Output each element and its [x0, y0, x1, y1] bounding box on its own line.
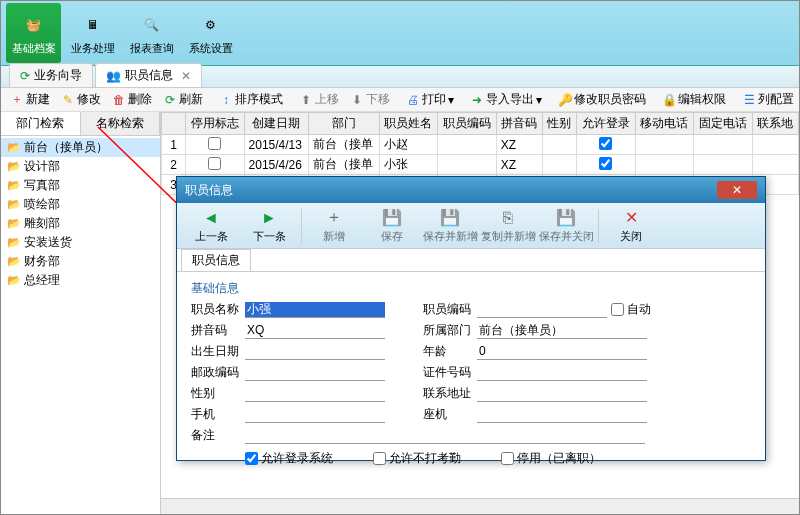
dialog-body: 基础信息 职员名称 职员编码 自动 拼音码 所属部门 出生日期 年龄 邮政编码: [177, 272, 765, 479]
delete-icon: 🗑: [112, 93, 126, 107]
action-print[interactable]: 🖨打印▾: [401, 89, 459, 110]
folder-icon: 📂: [7, 198, 21, 211]
chevron-down-icon: ▾: [448, 93, 454, 107]
sidebar: 部门检索 名称检索 📂前台（接单员） 📂设计部 📂写真部 📂喷绘部 📂雕刻部 📂…: [1, 112, 161, 514]
action-new[interactable]: ＋新建: [5, 89, 55, 110]
mobile-input[interactable]: [245, 407, 385, 423]
login-checkbox[interactable]: [599, 157, 612, 170]
tree-item[interactable]: 📂雕刻部: [1, 214, 160, 233]
dialog-title: 职员信息: [185, 182, 233, 199]
remark-input[interactable]: [245, 428, 645, 444]
disabled-checkbox[interactable]: [208, 137, 221, 150]
arrow-down-icon: ⬇: [350, 93, 364, 107]
table-row[interactable]: 1 2015/4/13前台（接单 小赵 XZ: [162, 135, 799, 155]
horizontal-scrollbar[interactable]: [161, 498, 799, 514]
arrow-up-icon: ⬆: [299, 93, 313, 107]
action-up[interactable]: ⬆上移: [294, 89, 344, 110]
tree-item[interactable]: 📂总经理: [1, 271, 160, 290]
lock-icon: 🔒: [662, 93, 676, 107]
refresh-icon: ⟳: [163, 93, 177, 107]
dialog-titlebar[interactable]: 职员信息 ✕: [177, 177, 765, 203]
disabled-checkbox[interactable]: [208, 157, 221, 170]
calculator-icon: 🖩: [79, 11, 107, 39]
close-icon[interactable]: ✕: [177, 69, 191, 83]
edit-icon: ✎: [61, 93, 75, 107]
chevron-down-icon: ▾: [536, 93, 542, 107]
emp-code-input[interactable]: [477, 302, 607, 318]
phone-input[interactable]: [477, 407, 647, 423]
folder-icon: 📂: [7, 274, 21, 287]
postal-input[interactable]: [245, 365, 385, 381]
action-refresh[interactable]: ⟳刷新: [158, 89, 208, 110]
tree-item[interactable]: 📂设计部: [1, 157, 160, 176]
grid-header-row: 停用标志创建日期 部门职员姓名 职员编码拼音码 性别允许登录 移动电话固定电话 …: [162, 113, 799, 135]
idno-input[interactable]: [477, 365, 647, 381]
dialog-tab-info[interactable]: 职员信息: [181, 249, 251, 271]
action-changepwd[interactable]: 🔑修改职员密码: [553, 89, 651, 110]
gender-input[interactable]: [245, 386, 385, 402]
tree-item[interactable]: 📂安装送货: [1, 233, 160, 252]
next-button[interactable]: ►下一条: [241, 208, 297, 244]
sidebar-tab-dept[interactable]: 部门检索: [1, 112, 81, 135]
tabstrip: ⟳ 业务向导 👥 职员信息 ✕: [1, 66, 799, 88]
search-icon: 🔍: [138, 11, 166, 39]
savenew-button[interactable]: 💾保存并新增: [422, 208, 478, 244]
action-delete[interactable]: 🗑删除: [107, 89, 157, 110]
save-icon: 💾: [382, 208, 402, 228]
sidebar-tab-name[interactable]: 名称检索: [81, 112, 161, 135]
dept-input[interactable]: [477, 323, 647, 339]
tree-item[interactable]: 📂财务部: [1, 252, 160, 271]
action-columns[interactable]: ☰列配置: [737, 89, 799, 110]
folder-icon: 📂: [7, 141, 21, 154]
tab-employee-info[interactable]: 👥 职员信息 ✕: [95, 63, 202, 87]
prev-button[interactable]: ◄上一条: [183, 208, 239, 244]
refresh-icon: ⟳: [20, 69, 30, 83]
emp-name-input[interactable]: [245, 302, 385, 318]
toolbar-item-settings[interactable]: ⚙ 系统设置: [183, 3, 238, 63]
save-new-icon: 💾: [440, 208, 460, 228]
folder-icon: 📂: [7, 179, 21, 192]
tree-item-frontdesk[interactable]: 📂前台（接单员）: [1, 138, 160, 157]
toolbar-item-basic[interactable]: 🧺 基础档案: [6, 3, 61, 63]
addr-input[interactable]: [477, 386, 647, 402]
action-down[interactable]: ⬇下移: [345, 89, 395, 110]
allow-login-checkbox[interactable]: [245, 452, 258, 465]
toolbar-item-report[interactable]: 🔍 报表查询: [124, 3, 179, 63]
close-dialog-button[interactable]: ✕关闭: [603, 208, 659, 244]
tab-business-guide[interactable]: ⟳ 业务向导: [9, 63, 93, 87]
action-edit[interactable]: ✎修改: [56, 89, 106, 110]
arrow-left-icon: ◄: [201, 208, 221, 228]
toolbar-item-business[interactable]: 🖩 业务处理: [65, 3, 120, 63]
table-row[interactable]: 2 2015/4/26前台（接单 小张 XZ: [162, 155, 799, 175]
age-input[interactable]: [477, 344, 647, 360]
dialog-toolbar: ◄上一条 ►下一条 ＋新增 💾保存 💾保存并新增 ⎘复制并新增 💾保存并关闭 ✕…: [177, 203, 765, 249]
add-button[interactable]: ＋新增: [306, 208, 362, 244]
saveclose-button[interactable]: 💾保存并关闭: [538, 208, 594, 244]
action-editperm[interactable]: 🔒编辑权限: [657, 89, 731, 110]
folder-icon: 📂: [7, 236, 21, 249]
no-attend-checkbox[interactable]: [373, 452, 386, 465]
section-label: 基础信息: [191, 280, 751, 297]
close-button[interactable]: ✕: [717, 181, 757, 199]
pinyin-input[interactable]: [245, 323, 385, 339]
plus-icon: ＋: [10, 93, 24, 107]
arrow-right-icon: ►: [259, 208, 279, 228]
main-toolbar: 🧺 基础档案 🖩 业务处理 🔍 报表查询 ⚙ 系统设置: [1, 1, 799, 66]
action-sort[interactable]: ↕排序模式: [214, 89, 288, 110]
field-label: 职员编码: [423, 301, 473, 318]
copynew-button[interactable]: ⎘复制并新增: [480, 208, 536, 244]
save-close-icon: 💾: [556, 208, 576, 228]
login-checkbox[interactable]: [599, 137, 612, 150]
action-import[interactable]: ➜导入导出▾: [465, 89, 547, 110]
columns-icon: ☰: [742, 93, 756, 107]
auto-checkbox[interactable]: [611, 303, 624, 316]
birth-input[interactable]: [245, 344, 385, 360]
sort-icon: ↕: [219, 93, 233, 107]
import-icon: ➜: [470, 93, 484, 107]
save-button[interactable]: 💾保存: [364, 208, 420, 244]
print-icon: 🖨: [406, 93, 420, 107]
tree-item[interactable]: 📂喷绘部: [1, 195, 160, 214]
disabled-checkbox[interactable]: [501, 452, 514, 465]
tree-item[interactable]: 📂写真部: [1, 176, 160, 195]
key-icon: 🔑: [558, 93, 572, 107]
